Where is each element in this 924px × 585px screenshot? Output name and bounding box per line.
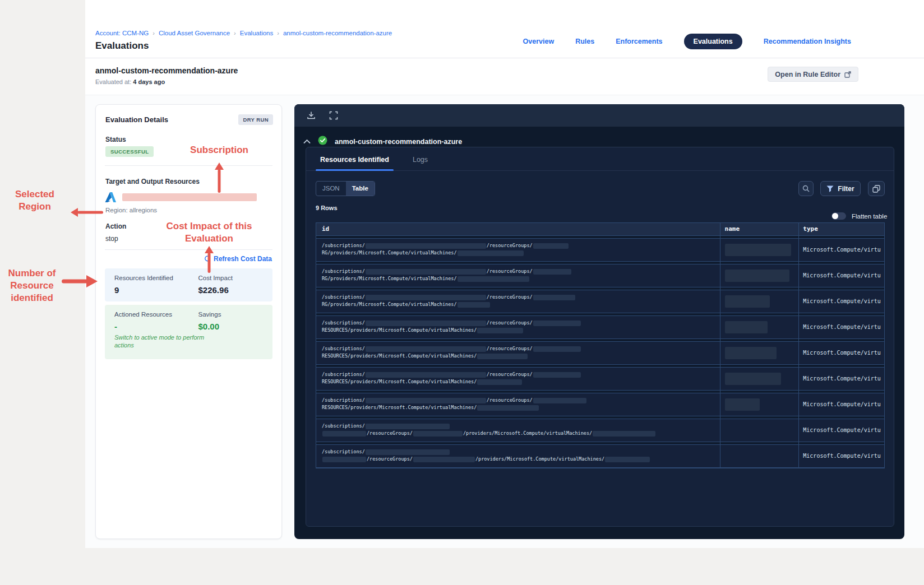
cell-id: /subscriptions//resourceGroups/RESOURCES… <box>316 316 719 338</box>
cell-id: /subscriptions//resourceGroups/RG/provid… <box>316 290 719 313</box>
copy-button[interactable] <box>868 181 885 196</box>
actioned-resources-value: - <box>114 322 189 331</box>
cell-type: Microsoft.Compute/virtu <box>797 264 884 287</box>
redacted-name <box>725 373 781 385</box>
tab-resources-identified[interactable]: Resources Identified <box>316 156 394 170</box>
search-button[interactable] <box>798 181 814 196</box>
redacted-value <box>322 431 366 437</box>
cost-impact-label: Cost Impact <box>198 275 273 281</box>
flatten-table-toggle[interactable]: Flatten table <box>831 212 887 220</box>
redacted-value <box>366 295 486 300</box>
id-text: /subscriptions/ <box>322 320 365 326</box>
active-mode-note: Switch to active mode to perform actions <box>105 331 206 349</box>
id-text: /resourceGroups/ <box>487 320 533 326</box>
annotation-subscription: Subscription <box>185 144 253 156</box>
breadcrumb-link[interactable]: Account: CCM-NG <box>95 30 149 36</box>
id-text: RESOURCES/providers/Microsoft.Compute/vi… <box>322 353 477 359</box>
azure-icon <box>105 192 117 202</box>
chevron-up-icon[interactable] <box>303 139 311 144</box>
view-mode-json[interactable]: JSON <box>316 182 346 196</box>
id-text: /resourceGroups/ <box>367 456 413 462</box>
table-row: /subscriptions//resourceGroups//provider… <box>316 419 884 442</box>
fullscreen-icon[interactable] <box>329 111 338 120</box>
evaluated-at-value: 4 days ago <box>133 78 165 85</box>
redacted-name <box>725 295 770 308</box>
cell-type: Microsoft.Compute/virtu <box>797 316 884 338</box>
cell-type: Microsoft.Compute/virtu <box>797 239 884 261</box>
redacted-value <box>533 398 586 403</box>
cell-type: Microsoft.Compute/virtu <box>797 368 884 390</box>
resources-table: idnametype /subscriptions//resourceGroup… <box>316 222 885 468</box>
id-text: /providers/Microsoft.Compute/virtualMach… <box>475 456 604 462</box>
filter-icon <box>826 185 834 192</box>
sub-header: anmol-custom-recommendation-azure Evalua… <box>85 58 924 95</box>
actioned-resources-label: Actioned Resources <box>114 311 189 318</box>
id-text: /subscriptions/ <box>322 294 365 300</box>
status-badge: SUCCESSFUL <box>105 146 154 157</box>
redacted-name <box>725 270 789 282</box>
id-text: RG/providers/Microsoft.Compute/virtualMa… <box>322 276 457 281</box>
id-text: /subscriptions/ <box>322 346 365 351</box>
breadcrumb: Account: CCM-NG›Cloud Asset Governance›E… <box>95 30 392 36</box>
annotation-arrow-selected-region <box>71 206 103 219</box>
redacted-value <box>322 457 366 462</box>
redacted-value <box>605 457 650 462</box>
annotation-cost-impact: Cost Impact of this Evaluation <box>160 220 258 245</box>
redacted-value <box>458 302 490 308</box>
redacted-value <box>413 431 463 437</box>
redacted-name <box>725 321 768 333</box>
redacted-value <box>366 398 486 403</box>
cell-name <box>719 239 798 261</box>
download-icon[interactable] <box>307 111 316 120</box>
redacted-value <box>366 449 450 455</box>
cell-type: Microsoft.Compute/virtu <box>797 419 884 442</box>
id-text: /subscriptions/ <box>322 243 365 248</box>
nav-item-evaluations[interactable]: Evaluations <box>684 34 742 49</box>
target-resources-label: Target and Output Resources <box>105 178 200 185</box>
filter-button[interactable]: Filter <box>820 181 861 196</box>
resources-card: Resources IdentifiedLogs JSONTable Filte… <box>306 147 894 527</box>
redacted-value <box>533 295 575 300</box>
view-mode-table[interactable]: Table <box>346 182 375 196</box>
id-text: /subscriptions/ <box>322 268 365 274</box>
table-row: /subscriptions//resourceGroups/RG/provid… <box>316 290 884 313</box>
cell-name <box>719 316 798 338</box>
redacted-name <box>725 244 791 256</box>
evaluation-details-panel: Evaluation Details DRY RUN Status SUCCES… <box>95 104 282 539</box>
redacted-value <box>458 250 524 256</box>
external-link-icon <box>844 71 851 78</box>
nav-item-overview[interactable]: Overview <box>523 38 555 45</box>
cell-name <box>719 368 798 390</box>
region-value: Region: allregions <box>105 207 157 213</box>
breadcrumb-link[interactable]: anmol-custom-recommendation-azure <box>283 30 392 36</box>
evaluation-details-title: Evaluation Details <box>105 115 168 124</box>
cell-type: Microsoft.Compute/virtu <box>797 342 884 364</box>
redacted-value <box>366 243 486 249</box>
id-text: RG/providers/Microsoft.Compute/virtualMa… <box>322 250 457 256</box>
annotation-resources-count: Number of Resource identified <box>0 267 64 304</box>
nav-item-rules[interactable]: Rules <box>575 38 594 45</box>
redacted-value <box>533 269 571 275</box>
cell-id: /subscriptions//resourceGroups//provider… <box>316 419 719 442</box>
cell-type: Microsoft.Compute/virtu <box>797 393 884 416</box>
redacted-value <box>366 372 486 378</box>
id-text: /resourceGroups/ <box>487 294 533 300</box>
tab-logs[interactable]: Logs <box>408 156 432 170</box>
top-header: Account: CCM-NG›Cloud Asset Governance›E… <box>85 0 924 58</box>
breadcrumb-link[interactable]: Cloud Asset Governance <box>159 30 230 36</box>
id-text: RESOURCES/providers/Microsoft.Compute/vi… <box>322 379 477 384</box>
breadcrumb-separator: › <box>277 30 279 36</box>
redacted-value <box>477 405 539 411</box>
nav-item-recommendation-insights[interactable]: Recommendation Insights <box>764 38 851 45</box>
evaluated-at-label: Evaluated at: <box>95 78 131 85</box>
cell-type: Microsoft.Compute/virtu <box>797 290 884 313</box>
cell-type: Microsoft.Compute/virtu <box>797 445 884 467</box>
id-text: /resourceGroups/ <box>487 268 533 274</box>
open-rule-editor-button[interactable]: Open in Rule Editor <box>768 67 858 82</box>
nav-item-enforcements[interactable]: Enforcements <box>616 38 662 45</box>
breadcrumb-link[interactable]: Evaluations <box>240 30 273 36</box>
table-row: /subscriptions//resourceGroups/RG/provid… <box>316 264 884 287</box>
cell-name <box>719 419 798 442</box>
redacted-value <box>366 321 486 326</box>
rows-count: 9 Rows <box>316 205 338 211</box>
